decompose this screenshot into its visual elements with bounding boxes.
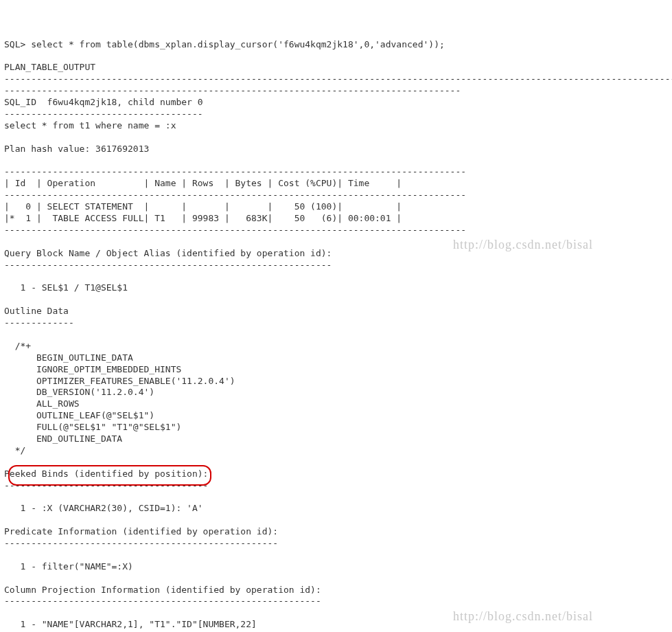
terminal-line: SQL> select * from table(dbms_xplan.disp…: [4, 39, 672, 632]
watermark-text: http://blog.csdn.net/bisal: [453, 237, 593, 253]
watermark-text: http://blog.csdn.net/bisal: [453, 609, 593, 624]
